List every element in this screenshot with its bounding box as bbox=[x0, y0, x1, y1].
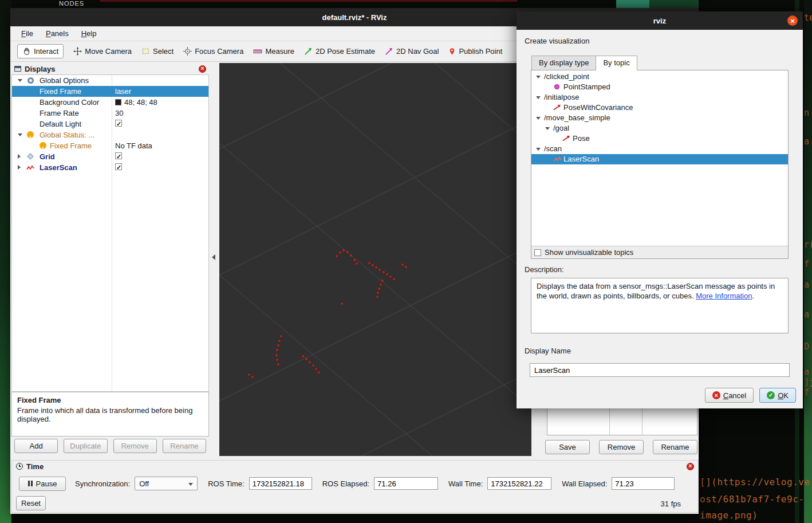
ros-elapsed-field[interactable] bbox=[374, 477, 438, 490]
reset-button[interactable]: Reset bbox=[16, 496, 46, 510]
viewport-scene bbox=[219, 63, 531, 456]
display-row-global-options[interactable]: Global Options bbox=[12, 75, 208, 86]
terminal-fragment: a bbox=[804, 280, 809, 290]
expander-down-icon[interactable] bbox=[536, 76, 541, 78]
topic-row-pose[interactable]: Pose bbox=[531, 133, 788, 144]
display-row-fixed-frame[interactable]: Fixed Frame laser bbox=[12, 86, 208, 97]
display-row-status-fixed-frame[interactable]: Fixed Frame No TF data bbox=[12, 140, 208, 151]
pause-label: Pause bbox=[36, 479, 57, 488]
checkbox-unchecked[interactable] bbox=[534, 249, 541, 256]
time-controls-row: Pause Synchronization: Off ROS Time: ROS… bbox=[19, 476, 675, 491]
checkbox-checked[interactable] bbox=[115, 152, 122, 159]
topic-tree: /clicked_point PointStamped /initialpose… bbox=[531, 72, 788, 164]
menu-help[interactable]: Help bbox=[76, 27, 102, 40]
topic-row-laserscan-selected[interactable]: LaserScan bbox=[531, 154, 788, 164]
topic-row-initialpose[interactable]: /initialpose bbox=[531, 92, 788, 103]
display-name-input[interactable] bbox=[530, 363, 790, 377]
dialog-titlebar[interactable]: rviz bbox=[517, 11, 803, 30]
3d-viewport[interactable] bbox=[219, 63, 531, 456]
menu-file[interactable]: File bbox=[16, 27, 38, 40]
map-pin-icon bbox=[448, 47, 456, 56]
display-row-laserscan[interactable]: LaserScan bbox=[12, 162, 208, 173]
row-value: No TF data bbox=[115, 140, 152, 151]
displays-close-icon[interactable] bbox=[199, 65, 206, 73]
tab-by-topic[interactable]: By topic bbox=[596, 56, 637, 70]
topic-row-scan[interactable]: /scan bbox=[531, 144, 788, 154]
ros-time-field[interactable] bbox=[249, 477, 312, 490]
color-swatch bbox=[115, 99, 121, 105]
display-row-frame-rate[interactable]: Frame Rate 30 bbox=[12, 108, 208, 119]
terminal-fragment: ]j bbox=[804, 377, 812, 387]
focus-camera-tool-button[interactable]: Focus Camera bbox=[183, 47, 243, 56]
ruler-icon bbox=[253, 48, 262, 55]
cancel-button[interactable]: Cancel bbox=[705, 388, 754, 403]
wall-time-field[interactable] bbox=[487, 477, 551, 490]
topic-label: /initialpose bbox=[544, 92, 579, 103]
description-label: Description: bbox=[525, 265, 564, 274]
expander-down-icon[interactable] bbox=[18, 79, 22, 82]
expander-down-icon[interactable] bbox=[536, 148, 541, 151]
clock-icon bbox=[16, 463, 23, 470]
checkbox-checked[interactable] bbox=[115, 163, 122, 170]
topic-row-pointstamped[interactable]: PointStamped bbox=[531, 82, 788, 92]
publish-point-tool-button[interactable]: Publish Point bbox=[448, 47, 502, 56]
remove-button[interactable]: Remove bbox=[113, 439, 157, 453]
more-information-link[interactable]: More Information bbox=[696, 292, 752, 300]
display-row-background-color[interactable]: Background Color 48; 48; 48 bbox=[12, 97, 208, 108]
point-icon bbox=[554, 84, 559, 89]
time-panel: Time Pause Synchronization: Off ROS Time… bbox=[11, 460, 699, 513]
ok-button[interactable]: OK bbox=[759, 388, 796, 403]
dialog-buttons: Cancel OK bbox=[705, 388, 796, 403]
nav-goal-tool-button[interactable]: 2D Nav Goal bbox=[385, 47, 439, 56]
wall-elapsed-field[interactable] bbox=[612, 477, 675, 490]
display-row-default-light[interactable]: Default Light bbox=[12, 119, 208, 129]
ok-icon bbox=[767, 391, 775, 399]
help-text: Frame into which all data is transformed… bbox=[17, 406, 203, 423]
tool-label: Move Camera bbox=[85, 47, 132, 56]
display-row-grid[interactable]: Grid bbox=[12, 151, 208, 162]
pose-estimate-tool-button[interactable]: 2D Pose Estimate bbox=[304, 47, 375, 56]
menu-panels[interactable]: Panels bbox=[41, 27, 74, 40]
tab-by-display-type[interactable]: By display type bbox=[531, 56, 596, 70]
expander-right-icon[interactable] bbox=[18, 154, 21, 159]
row-value[interactable]: 48; 48; 48 bbox=[115, 97, 157, 108]
dialog-close-icon[interactable] bbox=[787, 15, 798, 26]
terminal-fragment: te bbox=[804, 13, 812, 23]
expander-right-icon[interactable] bbox=[18, 165, 21, 170]
expander-down-icon[interactable] bbox=[545, 127, 550, 130]
row-value[interactable]: laser bbox=[115, 86, 131, 97]
rename-button[interactable]: Rename bbox=[163, 439, 206, 453]
duplicate-button[interactable]: Duplicate bbox=[64, 439, 107, 453]
move-camera-tool-button[interactable]: Move Camera bbox=[73, 47, 132, 56]
synchronization-dropdown[interactable]: Off bbox=[135, 477, 198, 490]
save-button[interactable]: Save bbox=[545, 440, 590, 454]
add-button[interactable]: Add bbox=[14, 439, 58, 453]
interact-tool-button[interactable]: Interact bbox=[17, 44, 64, 58]
tool-label: Interact bbox=[34, 47, 58, 56]
topic-label: PoseWithCovariance bbox=[563, 103, 633, 113]
display-row-global-status[interactable]: Global Status: ... bbox=[12, 129, 208, 140]
topic-row-goal[interactable]: /goal bbox=[531, 123, 788, 133]
select-tool-button[interactable]: Select bbox=[141, 47, 174, 56]
terminal-fragment: a bbox=[804, 367, 809, 377]
expander-down-icon[interactable] bbox=[536, 117, 541, 120]
expander-down-icon[interactable] bbox=[18, 133, 22, 136]
measure-tool-button[interactable]: Measure bbox=[253, 47, 294, 56]
splitter-collapse-icon[interactable] bbox=[212, 254, 215, 260]
topic-row-posewithcovariance[interactable]: PoseWithCovariance bbox=[531, 103, 788, 113]
row-label: Background Color bbox=[40, 97, 99, 108]
pause-button[interactable]: Pause bbox=[19, 477, 66, 491]
show-unvisualizable-row[interactable]: Show unvisualizable topics bbox=[531, 246, 788, 258]
time-close-icon[interactable] bbox=[687, 463, 694, 470]
topic-row-clicked-point[interactable]: /clicked_point bbox=[531, 72, 788, 82]
time-panel-header[interactable]: Time bbox=[12, 461, 698, 472]
topic-row-move-base-simple[interactable]: /move_base_simple bbox=[531, 113, 788, 123]
terminal-fragment: n bbox=[804, 108, 809, 118]
terminal-fragment: a bbox=[804, 309, 809, 320]
expander-down-icon[interactable] bbox=[536, 96, 541, 99]
checkbox-checked[interactable] bbox=[115, 120, 122, 127]
rename-button[interactable]: Rename bbox=[653, 440, 697, 454]
row-value[interactable]: 30 bbox=[115, 108, 123, 119]
displays-panel-header[interactable]: Displays bbox=[11, 63, 209, 74]
remove-button[interactable]: Remove bbox=[599, 440, 644, 454]
